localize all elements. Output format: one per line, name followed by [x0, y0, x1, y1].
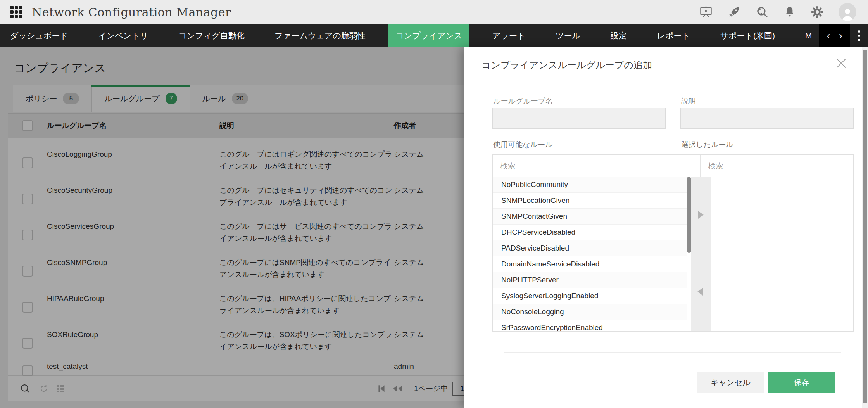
available-rule-item[interactable]: SrPasswordEncryptionEnabled [493, 320, 687, 331]
nav-collapse: ‹ › [819, 24, 850, 47]
nav-item[interactable]: ツール [549, 24, 587, 47]
modal-scrollbar [862, 47, 868, 408]
available-rules-list: NoPublicCommunity SNMPLocationGiven SNMP… [493, 177, 687, 331]
nav-item[interactable]: コンフィグ自動化 [171, 24, 251, 47]
available-rules-search-input[interactable] [493, 155, 700, 177]
modal-scrollbar-thumb[interactable] [863, 50, 867, 403]
selected-rules-label: 選択したルール [681, 140, 733, 150]
nav-item-label: ツール [556, 30, 580, 41]
available-rule-item[interactable]: NoPublicCommunity [493, 177, 687, 193]
rule-name: NoIPHTTPServer [501, 276, 559, 284]
rule-name: SNMPLocationGiven [501, 196, 569, 205]
nav-items: ダッシュボード インベントリ コンフィグ自動化 ファームウェアの脆弱性 コンプラ… [0, 24, 819, 47]
rule-name: NoConsoleLogging [501, 308, 564, 316]
rule-group-name-input[interactable] [492, 108, 666, 129]
close-icon[interactable] [835, 57, 848, 71]
nav-item[interactable]: レポート [650, 24, 697, 47]
available-rule-item[interactable]: SyslogServerLoggingEnabled [493, 288, 687, 304]
move-left-icon[interactable] [697, 288, 703, 296]
search-icon[interactable] [756, 5, 769, 19]
nav-item[interactable]: M [798, 24, 819, 47]
nav-item-label: ファームウェアの脆弱性 [274, 30, 365, 41]
modal-title: コンプライアンスルールグループの追加 [481, 59, 652, 71]
rule-name: DHCPServiceDisabled [501, 228, 575, 237]
app-header: Network Configuration Manager [0, 0, 868, 24]
available-rule-item[interactable]: NoIPHTTPServer [493, 272, 687, 288]
nav-item-label: サポート(米国) [720, 30, 775, 41]
gear-icon[interactable] [811, 5, 824, 19]
nav-prev-icon[interactable]: ‹ [827, 30, 830, 41]
rule-name: SyslogServerLoggingEnabled [501, 292, 598, 300]
apps-grid-icon[interactable] [10, 6, 22, 18]
nav-item-label: インベントリ [98, 30, 148, 41]
modal-divider [504, 352, 841, 353]
save-button[interactable]: 保存 [768, 372, 835, 393]
available-rules-label: 使用可能なルール [493, 140, 552, 150]
nav-item-label: ダッシュボード [10, 30, 68, 41]
user-avatar[interactable] [839, 3, 856, 21]
dual-body: NoPublicCommunity SNMPLocationGiven SNMP… [493, 177, 853, 331]
rule-name: SNMPContactGiven [501, 212, 567, 221]
nav-item-label: コンプライアンス [395, 30, 462, 41]
cancel-button[interactable]: キャンセル [697, 372, 764, 393]
nav-item[interactable]: ダッシュボード [3, 24, 75, 47]
add-rule-group-modal: コンプライアンスルールグループの追加 ルールグループ名 説明 使用可能なルール … [464, 47, 868, 408]
nav-item[interactable]: コンプライアンス [388, 24, 469, 47]
rule-name: NoPublicCommunity [501, 180, 568, 189]
rocket-icon[interactable] [728, 5, 741, 19]
main-nav: ダッシュボード インベントリ コンフィグ自動化 ファームウェアの脆弱性 コンプラ… [0, 24, 868, 47]
nav-item[interactable]: インベントリ [91, 24, 155, 47]
nav-item-label: コンフィグ自動化 [178, 30, 244, 41]
rules-list-scrollbar[interactable] [687, 177, 691, 253]
transfer-gutter [691, 177, 711, 331]
rule-name: DomainNameServiceDisabled [501, 260, 599, 268]
available-rule-item[interactable]: PADServiceDisabled [493, 240, 687, 256]
nav-item[interactable]: サポート(米国) [713, 24, 782, 47]
app-title: Network Configuration Manager [32, 5, 231, 19]
presentation-demo-icon[interactable] [699, 5, 713, 19]
nav-item[interactable]: アラート [485, 24, 532, 47]
header-icons [699, 3, 856, 21]
nav-item-label: 設定 [611, 30, 627, 41]
nav-item-label: アラート [492, 30, 525, 41]
search-row [493, 155, 853, 177]
nav-item[interactable]: ファームウェアの脆弱性 [267, 24, 372, 47]
dual-listbox: NoPublicCommunity SNMPLocationGiven SNMP… [492, 154, 854, 332]
move-right-icon[interactable] [698, 211, 704, 219]
available-rule-item[interactable]: SNMPContactGiven [493, 209, 687, 225]
nav-item-label: M [805, 31, 812, 40]
nav-next-icon[interactable]: › [839, 30, 842, 41]
screen: Network Configuration Manager [0, 0, 868, 408]
rule-name: SrPasswordEncryptionEnabled [501, 323, 603, 331]
bell-icon[interactable] [783, 5, 796, 19]
available-rule-item[interactable]: DHCPServiceDisabled [493, 225, 687, 240]
available-rule-item[interactable]: SNMPLocationGiven [493, 193, 687, 209]
rule-name: PADServiceDisabled [501, 244, 569, 252]
nav-overflow-menu-icon[interactable] [850, 24, 868, 47]
available-rule-item[interactable]: NoConsoleLogging [493, 304, 687, 320]
selected-rules-search-input[interactable] [701, 155, 853, 177]
available-rule-item[interactable]: DomainNameServiceDisabled [493, 256, 687, 272]
nav-item-label: レポート [657, 30, 690, 41]
description-label: 説明 [681, 96, 696, 106]
nav-item[interactable]: 設定 [604, 24, 634, 47]
selected-rules-list [711, 177, 853, 331]
description-input[interactable] [680, 108, 854, 129]
rule-group-name-label: ルールグループ名 [493, 96, 553, 106]
